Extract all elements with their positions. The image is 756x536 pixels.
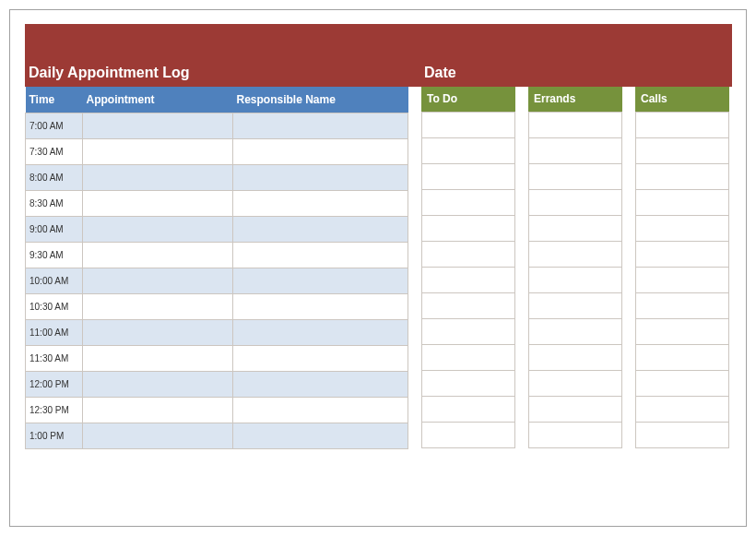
cell-time[interactable]: 8:30 AM (26, 190, 83, 216)
side-column: Errands (528, 87, 622, 449)
cell-responsible[interactable] (233, 216, 408, 242)
side-cell[interactable] (421, 190, 515, 216)
cell-appointment[interactable] (83, 319, 233, 345)
side-cell[interactable] (421, 113, 515, 138)
side-cell[interactable] (421, 216, 515, 242)
cell-appointment[interactable] (83, 345, 233, 371)
side-cell[interactable] (421, 164, 515, 190)
cell-time[interactable]: 1:00 PM (26, 423, 83, 448)
table-row: 11:00 AM (26, 319, 408, 345)
cell-responsible[interactable] (233, 371, 408, 397)
side-column-header: Errands (528, 87, 622, 113)
side-cell[interactable] (421, 371, 515, 397)
col-header-time: Time (26, 87, 83, 113)
side-cell[interactable] (421, 423, 515, 448)
cell-time[interactable]: 12:00 PM (26, 371, 83, 397)
side-cell[interactable] (421, 138, 515, 164)
side-cell[interactable] (528, 113, 622, 138)
side-cell[interactable] (635, 138, 729, 164)
cell-responsible[interactable] (233, 345, 408, 371)
cell-responsible[interactable] (233, 319, 408, 345)
side-cell[interactable] (421, 345, 515, 371)
side-cell[interactable] (635, 423, 729, 448)
appointment-table: Time Appointment Responsible Name 7:00 A… (25, 87, 408, 449)
header-title-right: Date (420, 65, 732, 87)
side-cell[interactable] (635, 397, 729, 423)
side-cell[interactable] (528, 423, 622, 448)
cell-responsible[interactable] (233, 242, 408, 268)
cell-appointment[interactable] (83, 164, 233, 190)
cell-time[interactable]: 12:30 PM (26, 397, 83, 423)
table-row: 1:00 PM (26, 423, 408, 448)
cell-appointment[interactable] (83, 293, 233, 319)
side-cell[interactable] (635, 371, 729, 397)
cell-responsible[interactable] (233, 138, 408, 164)
table-row: 8:00 AM (26, 164, 408, 190)
side-cell[interactable] (421, 293, 515, 319)
side-cell[interactable] (635, 216, 729, 242)
side-cell[interactable] (635, 268, 729, 293)
side-cell[interactable] (528, 397, 622, 423)
table-row: 12:30 PM (26, 397, 408, 423)
side-cell[interactable] (421, 242, 515, 268)
side-cell[interactable] (528, 345, 622, 371)
side-cell[interactable] (528, 216, 622, 242)
cell-time[interactable]: 10:00 AM (26, 268, 83, 293)
table-row: 9:00 AM (26, 216, 408, 242)
cell-time[interactable]: 7:30 AM (26, 138, 83, 164)
cell-time[interactable]: 7:00 AM (26, 113, 83, 138)
side-cell[interactable] (635, 319, 729, 345)
table-row: 8:30 AM (26, 190, 408, 216)
side-cell[interactable] (528, 164, 622, 190)
side-cell[interactable] (528, 190, 622, 216)
side-cell[interactable] (421, 268, 515, 293)
cell-responsible[interactable] (233, 190, 408, 216)
cell-responsible[interactable] (233, 268, 408, 293)
side-column-header: Calls (635, 87, 729, 113)
side-cell[interactable] (635, 113, 729, 138)
cell-time[interactable]: 11:30 AM (26, 345, 83, 371)
cell-time[interactable]: 11:00 AM (26, 319, 83, 345)
header-bar: Daily Appointment Log Date (25, 24, 732, 87)
cell-appointment[interactable] (83, 190, 233, 216)
cell-appointment[interactable] (83, 268, 233, 293)
cell-time[interactable]: 9:30 AM (26, 242, 83, 268)
table-row: 11:30 AM (26, 345, 408, 371)
side-cell[interactable] (528, 242, 622, 268)
cell-appointment[interactable] (83, 113, 233, 138)
cell-appointment[interactable] (83, 242, 233, 268)
cell-appointment[interactable] (83, 397, 233, 423)
cell-responsible[interactable] (233, 423, 408, 448)
cell-appointment[interactable] (83, 216, 233, 242)
header-title-left: Daily Appointment Log (25, 65, 408, 87)
body-wrap: Time Appointment Responsible Name 7:00 A… (25, 87, 732, 449)
side-cell[interactable] (635, 190, 729, 216)
side-cell[interactable] (528, 319, 622, 345)
side-cell[interactable] (528, 138, 622, 164)
cell-responsible[interactable] (233, 164, 408, 190)
cell-responsible[interactable] (233, 293, 408, 319)
side-cell[interactable] (635, 345, 729, 371)
side-cell[interactable] (528, 268, 622, 293)
side-cell[interactable] (635, 293, 729, 319)
table-row: 7:00 AM (26, 113, 408, 138)
cell-appointment[interactable] (83, 138, 233, 164)
side-cell[interactable] (528, 371, 622, 397)
table-row: 10:00 AM (26, 268, 408, 293)
cell-time[interactable]: 10:30 AM (26, 293, 83, 319)
cell-appointment[interactable] (83, 371, 233, 397)
table-row: 7:30 AM (26, 138, 408, 164)
table-row: 12:00 PM (26, 371, 408, 397)
cell-responsible[interactable] (233, 113, 408, 138)
col-header-appointment: Appointment (83, 87, 233, 113)
side-cell[interactable] (421, 319, 515, 345)
cell-appointment[interactable] (83, 423, 233, 448)
document-page: Daily Appointment Log Date Time Appointm… (9, 9, 747, 527)
cell-time[interactable]: 9:00 AM (26, 216, 83, 242)
side-cell[interactable] (635, 242, 729, 268)
cell-time[interactable]: 8:00 AM (26, 164, 83, 190)
side-cell[interactable] (528, 293, 622, 319)
side-cell[interactable] (421, 397, 515, 423)
cell-responsible[interactable] (233, 397, 408, 423)
side-cell[interactable] (635, 164, 729, 190)
